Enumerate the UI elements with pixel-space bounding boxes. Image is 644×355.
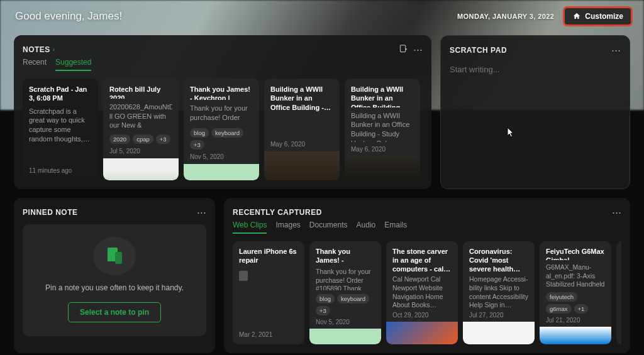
recent-title: RECENTLY CAPTURED: [233, 208, 322, 217]
tab-emails[interactable]: Emails: [384, 221, 407, 234]
tab-documents[interactable]: Documents: [309, 221, 348, 234]
header-bar: Good evening, James! MONDAY, JANUARY 3, …: [0, 0, 644, 35]
date-text: MONDAY, JANUARY 3, 2022: [457, 13, 554, 20]
more-icon[interactable]: ⋯: [612, 207, 621, 218]
pin-illustration-icon: [93, 237, 136, 275]
thumbnail-icon: [540, 327, 611, 344]
home-icon: [572, 12, 581, 21]
tab-audio[interactable]: Audio: [357, 221, 376, 234]
note-card[interactable]: Thank you James! - Keychron | Wireless M…: [184, 79, 259, 180]
note-card[interactable]: Building a WWII Bunker in an Office Buil…: [345, 79, 420, 180]
thumbnail-icon: [386, 322, 458, 344]
tab-images[interactable]: Images: [275, 221, 300, 234]
note-card[interactable]: Rotech bill July 2020 20200628_AmouNtDue…: [103, 79, 179, 180]
scratch-title: SCRATCH PAD: [450, 46, 507, 55]
new-note-icon[interactable]: [399, 44, 408, 55]
tab-web-clips[interactable]: Web Clips: [233, 221, 267, 234]
more-icon[interactable]: ⋯: [611, 45, 621, 56]
notes-panel: NOTES › ⋯ Recent Suggested Scratch Pad -…: [14, 35, 431, 189]
svg-rect-0: [401, 45, 406, 52]
note-card[interactable]: Scratch Pad - Jan 3, 6:08 PM Scratchpad …: [23, 79, 98, 180]
recent-card[interactable]: The stone carver in an age of computers …: [386, 241, 458, 344]
recent-cards: Lauren iPhone 6s repair Mar 2, 2021 Than…: [233, 241, 621, 344]
more-icon[interactable]: ⋯: [413, 44, 423, 55]
note-card[interactable]: Building a WWII Bunker in an Office Buil…: [264, 79, 340, 180]
thumbnail-icon: [463, 322, 535, 344]
tab-recent[interactable]: Recent: [23, 58, 47, 71]
recent-card[interactable]: FeiyuTech G6Max Gimbal G6MAX_Manu-al_en.…: [540, 241, 611, 344]
scratch-pad-panel: SCRATCH PAD ⋯: [440, 35, 630, 189]
thumbnail-icon: [345, 156, 420, 180]
recent-card[interactable]: Lauren iPhone 6s repair Mar 2, 2021: [233, 241, 304, 344]
thumbnail-icon: [264, 151, 340, 180]
customize-button[interactable]: Customize: [563, 6, 633, 26]
scratch-input[interactable]: [450, 65, 621, 159]
thumbnail-icon: [309, 329, 381, 344]
chevron-right-icon: ›: [53, 46, 55, 53]
notes-cards: Scratch Pad - Jan 3, 6:08 PM Scratchpad …: [23, 79, 423, 180]
tab-suggested[interactable]: Suggested: [55, 58, 91, 71]
more-icon[interactable]: ⋯: [197, 207, 206, 218]
pinned-note-panel: PINNED NOTE ⋯ Pin a note you use often t…: [14, 198, 215, 353]
greeting-text: Good evening, James!: [15, 10, 122, 23]
customize-label: Customize: [585, 12, 623, 21]
document-icon: [239, 271, 248, 281]
recent-card[interactable]: Coronavirus: Covid 'most severe health e…: [463, 241, 535, 344]
recently-captured-panel: RECENTLY CAPTURED ⋯ Web Clips Images Doc…: [224, 198, 630, 353]
pinned-help-text: Pin a note you use often to keep it hand…: [45, 283, 184, 293]
pinned-title: PINNED NOTE: [23, 208, 78, 217]
notes-title[interactable]: NOTES ›: [23, 45, 55, 54]
recent-card[interactable]: Sun J Wash: [616, 241, 621, 344]
recent-card[interactable]: Thank you James! - Keychron | Wireless M…: [309, 241, 381, 344]
select-note-to-pin-button[interactable]: Select a note to pin: [68, 302, 161, 322]
thumbnail-icon: [103, 158, 179, 180]
thumbnail-icon: [184, 164, 259, 180]
